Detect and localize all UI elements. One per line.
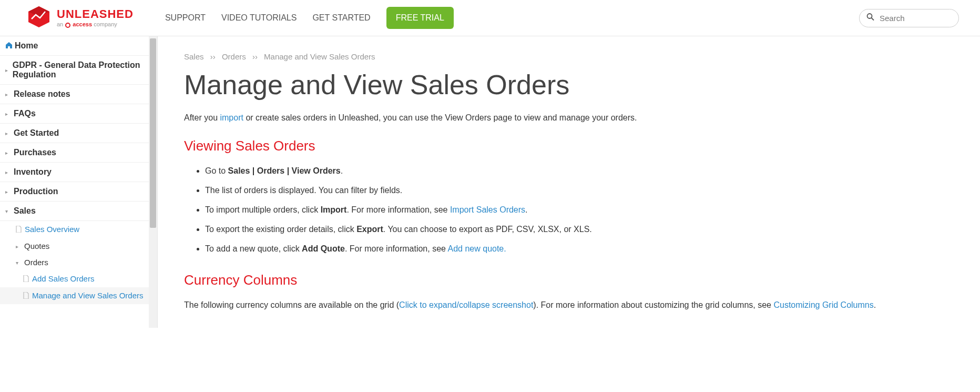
sidebar-sales-overview[interactable]: Sales Overview	[0, 221, 157, 238]
sidebar-item-label: Inventory	[14, 167, 52, 177]
logo-icon	[26, 5, 52, 31]
sidebar-item-label: Manage and View Sales Orders	[32, 291, 144, 300]
bullet-add-quote: To add a new quote, click Add Quote. For…	[205, 242, 920, 256]
logo-text: UNLEASHED an access company	[57, 7, 134, 28]
link-add-new-quote[interactable]: Add new quote.	[448, 244, 506, 253]
sidebar-orders[interactable]: ▾ Orders	[0, 254, 157, 270]
sidebar-item-label: Home	[15, 41, 38, 51]
bullet-import: To import multiple orders, click Import.…	[205, 203, 920, 217]
breadcrumb-orders[interactable]: Orders	[222, 52, 246, 61]
sidebar-sales[interactable]: ▾ Sales	[0, 202, 157, 221]
breadcrumb-sep: ››	[252, 52, 258, 61]
breadcrumb-current: Manage and View Sales Orders	[264, 52, 375, 61]
sidebar-release-notes[interactable]: ▸ Release notes	[0, 85, 157, 104]
content-list: Go to Sales | Orders | View Orders. The …	[184, 164, 920, 256]
sidebar-item-label: Purchases	[14, 148, 56, 157]
sidebar-manage-view-sales-orders[interactable]: Manage and View Sales Orders	[0, 287, 157, 304]
sidebar-item-label: Orders	[24, 258, 48, 267]
sidebar-quotes[interactable]: ▸ Quotes	[0, 238, 157, 254]
chevron-right-icon: ▸	[5, 130, 11, 136]
search-icon	[866, 13, 874, 23]
sidebar-add-sales-orders[interactable]: Add Sales Orders	[0, 270, 157, 287]
nav-videos[interactable]: VIDEO TUTORIALS	[221, 13, 297, 23]
sidebar-home[interactable]: Home	[0, 36, 157, 56]
logo-sub-text: an access company	[57, 21, 134, 28]
document-icon	[23, 292, 29, 300]
search-wrap	[859, 9, 959, 27]
sidebar-item-label: FAQs	[14, 109, 36, 118]
chevron-down-icon: ▾	[16, 260, 21, 266]
document-icon	[23, 275, 29, 284]
document-icon	[16, 226, 22, 234]
sidebar-faqs[interactable]: ▸ FAQs	[0, 104, 157, 124]
top-nav: SUPPORT VIDEO TUTORIALS GET STARTED FREE…	[165, 7, 454, 29]
nav-support[interactable]: SUPPORT	[165, 13, 206, 23]
svg-line-4	[872, 18, 874, 21]
link-import[interactable]: import	[220, 113, 243, 122]
header: UNLEASHED an access company SUPPORT VIDE…	[0, 0, 980, 36]
currency-paragraph: The following currency columns are avail…	[184, 298, 920, 312]
sidebar-item-label: Sales Overview	[25, 225, 79, 234]
section-currency-columns: Currency Columns	[184, 272, 920, 288]
access-ring-icon	[65, 22, 71, 28]
sidebar: Home ▸ GDPR - General Data Protection Re…	[0, 36, 158, 328]
link-customizing-grid[interactable]: Customizing Grid Columns	[773, 300, 873, 309]
home-icon	[5, 42, 13, 51]
bullet-list-displayed: The list of orders is displayed. You can…	[205, 183, 920, 197]
chevron-right-icon: ▸	[16, 244, 21, 249]
chevron-right-icon: ▸	[5, 67, 9, 73]
main-content: Sales ›› Orders ›› Manage and View Sales…	[158, 36, 946, 328]
chevron-right-icon: ▸	[5, 150, 11, 156]
chevron-right-icon: ▸	[5, 189, 11, 195]
sidebar-item-label: Release notes	[14, 89, 70, 99]
breadcrumb-sales[interactable]: Sales	[184, 52, 204, 61]
breadcrumb: Sales ›› Orders ›› Manage and View Sales…	[184, 52, 920, 61]
logo[interactable]: UNLEASHED an access company	[26, 5, 134, 31]
sidebar-purchases[interactable]: ▸ Purchases	[0, 143, 157, 163]
breadcrumb-sep: ››	[210, 52, 216, 61]
scrollbar-thumb[interactable]	[150, 38, 156, 228]
sidebar-item-label: Get Started	[14, 128, 59, 138]
link-expand-screenshot[interactable]: Click to expand/collapse screenshot	[399, 300, 533, 309]
nav-free-trial[interactable]: FREE TRIAL	[386, 7, 454, 29]
sidebar-item-label: GDPR - General Data Protection Regulatio…	[13, 61, 149, 79]
sidebar-inventory[interactable]: ▸ Inventory	[0, 163, 157, 182]
svg-point-3	[867, 14, 872, 18]
sidebar-item-label: Quotes	[24, 242, 49, 250]
sidebar-item-label: Production	[14, 187, 58, 196]
chevron-right-icon: ▸	[5, 169, 11, 175]
page-title: Manage and View Sales Orders	[184, 69, 920, 100]
sidebar-item-label: Sales	[14, 206, 36, 216]
chevron-down-icon: ▾	[5, 208, 11, 214]
sidebar-get-started[interactable]: ▸ Get Started	[0, 124, 157, 143]
section-viewing-sales-orders: Viewing Sales Orders	[184, 138, 920, 154]
sidebar-production[interactable]: ▸ Production	[0, 182, 157, 202]
sidebar-gdpr[interactable]: ▸ GDPR - General Data Protection Regulat…	[0, 56, 157, 85]
bullet-export: To export the existing order details, cl…	[205, 222, 920, 236]
bullet-goto: Go to Sales | Orders | View Orders.	[205, 164, 920, 178]
nav-get-started[interactable]: GET STARTED	[312, 13, 370, 23]
svg-point-2	[66, 23, 70, 27]
chevron-right-icon: ▸	[5, 111, 11, 117]
sidebar-item-label: Add Sales Orders	[32, 274, 94, 283]
link-import-sales-orders[interactable]: Import Sales Orders	[450, 205, 525, 214]
chevron-right-icon: ▸	[5, 92, 11, 97]
scrollbar-track[interactable]	[149, 36, 157, 328]
intro-paragraph: After you import or create sales orders …	[184, 111, 920, 125]
logo-main-text: UNLEASHED	[57, 7, 134, 21]
